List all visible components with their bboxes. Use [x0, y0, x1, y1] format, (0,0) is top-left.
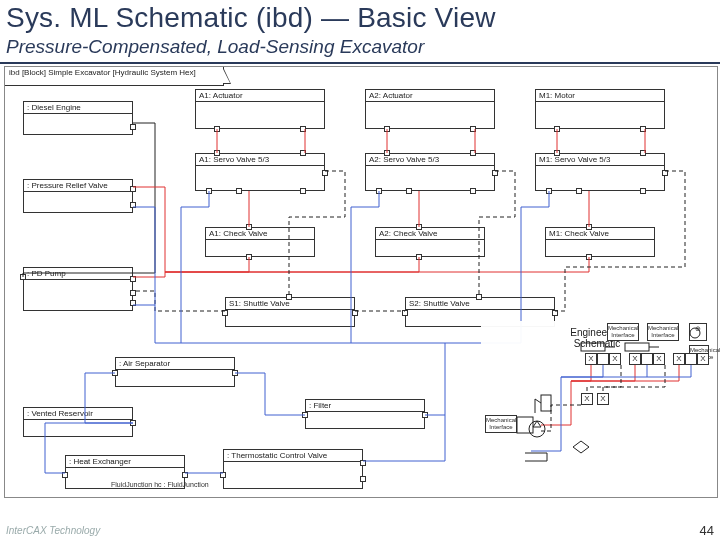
block-label: : Thermostatic Control Valve — [224, 450, 362, 462]
port — [640, 150, 646, 156]
port — [302, 412, 308, 418]
block-label: : Air Separator — [116, 358, 234, 370]
port — [662, 170, 668, 176]
mini-x-valve: X — [609, 353, 621, 365]
block-s1-shuttle-valve: S1: Shuttle Valve — [225, 297, 355, 327]
port — [586, 254, 592, 260]
port — [640, 188, 646, 194]
port — [360, 460, 366, 466]
port — [300, 150, 306, 156]
mini-x-valve: X — [585, 353, 597, 365]
port — [20, 274, 26, 280]
block-label: : Vented Reservoir — [24, 408, 132, 420]
block-a1-actuator: A1: Actuator — [195, 89, 325, 129]
port — [476, 294, 482, 300]
port — [62, 472, 68, 478]
port — [422, 412, 428, 418]
port — [416, 254, 422, 260]
block-label: M1: Check Valve — [546, 228, 654, 240]
mini-x-valve: X — [581, 393, 593, 405]
port — [220, 472, 226, 478]
port — [554, 150, 560, 156]
port — [214, 126, 220, 132]
fluidjunction-label: FluidJunction hc : FluidJunction — [111, 481, 209, 488]
mini-mech-interface: ⊕ — [689, 323, 707, 341]
engineering-schematic-inset: Engineering Schematic Mechanical Interfa… — [481, 321, 711, 471]
footer-logo: InterCAX Technology — [6, 525, 100, 536]
block-label: M1: Motor — [536, 90, 664, 102]
port — [492, 170, 498, 176]
port — [384, 126, 390, 132]
mini-valve-cell — [597, 353, 609, 365]
port — [236, 188, 242, 194]
port — [300, 126, 306, 132]
port — [352, 310, 358, 316]
port — [112, 370, 118, 376]
block-label: : Pressure Relief Valve — [24, 180, 132, 192]
mini-mech-interface: Mechanical Interface — [647, 323, 679, 341]
block-a1-servo-valve: A1: Servo Valve 5/3 — [195, 153, 325, 191]
block-pressure-relief-valve: : Pressure Relief Valve — [23, 179, 133, 213]
mini-x-valve: X — [653, 353, 665, 365]
block-label: : Heat Exchanger — [66, 456, 184, 468]
port — [586, 224, 592, 230]
port — [130, 420, 136, 426]
mini-x-valve: X — [597, 393, 609, 405]
block-a2-servo-valve: A2: Servo Valve 5/3 — [365, 153, 495, 191]
port — [130, 124, 136, 130]
mini-x-valve: X — [673, 353, 685, 365]
slide-subtitle: Pressure-Compensated, Load-Sensing Excav… — [6, 36, 424, 58]
port — [246, 254, 252, 260]
port — [470, 126, 476, 132]
mini-mech-interface: Mechanical Interface — [607, 323, 639, 341]
block-a2-actuator: A2: Actuator — [365, 89, 495, 129]
block-thermostatic-control-valve: : Thermostatic Control Valve — [223, 449, 363, 489]
port — [470, 150, 476, 156]
block-label: : PD Pump — [24, 268, 132, 280]
port — [130, 202, 136, 208]
block-pd-pump: : PD Pump — [23, 267, 133, 311]
block-label: A2: Check Valve — [376, 228, 484, 240]
port — [554, 126, 560, 132]
block-m1-motor: M1: Motor — [535, 89, 665, 129]
port — [286, 294, 292, 300]
block-a2-check-valve: A2: Check Valve — [375, 227, 485, 257]
mini-x-valve: X — [629, 353, 641, 365]
block-label: A2: Actuator — [366, 90, 494, 102]
port — [546, 188, 552, 194]
port — [182, 472, 188, 478]
block-diesel-engine: : Diesel Engine — [23, 101, 133, 135]
block-label: : Diesel Engine — [24, 102, 132, 114]
port — [376, 188, 382, 194]
title-underline — [0, 62, 720, 64]
port — [360, 476, 366, 482]
block-air-separator: : Air Separator — [115, 357, 235, 387]
port — [214, 150, 220, 156]
svg-rect-2 — [541, 395, 551, 411]
mini-x-valve: X — [697, 353, 709, 365]
port — [130, 300, 136, 306]
block-label: A1: Check Valve — [206, 228, 314, 240]
frame-label: ibd [Block] Simple Excavator [Hydraulic … — [5, 67, 224, 86]
mini-mech-interface: Mechanical Interface — [485, 415, 517, 433]
port — [406, 188, 412, 194]
block-m1-check-valve: M1: Check Valve — [545, 227, 655, 257]
mini-valve-cell — [685, 353, 697, 365]
port — [640, 126, 646, 132]
port — [300, 188, 306, 194]
block-filter: : Filter — [305, 399, 425, 429]
port — [576, 188, 582, 194]
port — [206, 188, 212, 194]
port — [130, 276, 136, 282]
port — [130, 186, 136, 192]
port — [246, 224, 252, 230]
port — [402, 310, 408, 316]
block-label: A1: Actuator — [196, 90, 324, 102]
port — [552, 310, 558, 316]
port — [222, 310, 228, 316]
port — [416, 224, 422, 230]
port — [130, 290, 136, 296]
block-m1-servo-valve: M1: Servo Valve 5/3 — [535, 153, 665, 191]
ibd-diagram-frame: ibd [Block] Simple Excavator [Hydraulic … — [4, 66, 718, 498]
block-label: : Filter — [306, 400, 424, 412]
